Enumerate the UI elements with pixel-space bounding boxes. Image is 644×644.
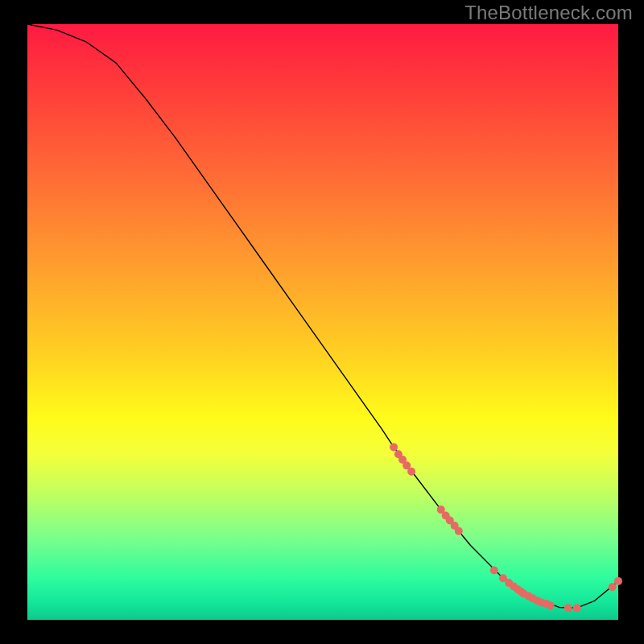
marker-point bbox=[614, 577, 622, 585]
chart-stage: TheBottleneck.com bbox=[0, 0, 644, 644]
marker-point bbox=[564, 604, 572, 612]
chart-overlay bbox=[0, 0, 644, 644]
marker-point bbox=[609, 583, 617, 591]
marker-point bbox=[490, 567, 498, 575]
bottleneck-curve bbox=[27, 24, 618, 608]
marker-point bbox=[407, 468, 415, 476]
marker-point bbox=[573, 604, 581, 612]
marker-point bbox=[390, 443, 398, 451]
marker-point bbox=[547, 601, 555, 609]
series-markers bbox=[390, 443, 622, 612]
marker-point bbox=[455, 527, 463, 535]
